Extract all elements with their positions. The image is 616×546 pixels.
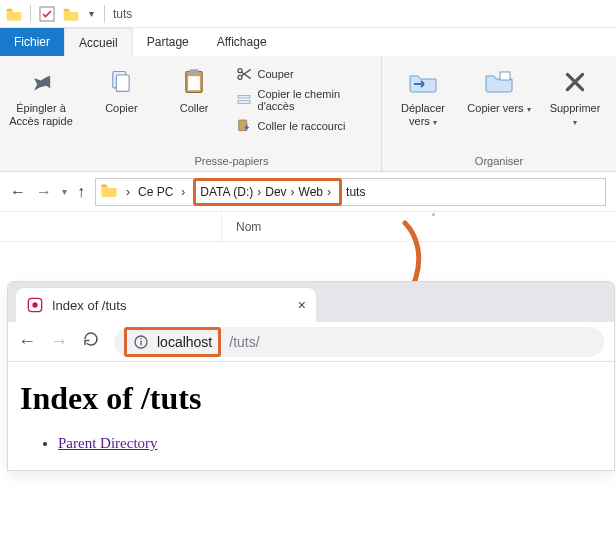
breadcrumb-bar[interactable]: › Ce PC › DATA (D:) › Dev › Web › tuts: [95, 178, 606, 206]
svg-rect-2: [117, 75, 130, 91]
paste-shortcut-button[interactable]: Coller le raccourci: [236, 118, 373, 134]
browser-toolbar: ← → localhost /tuts/: [8, 322, 614, 362]
scissors-icon: [236, 66, 252, 82]
page-content: Index of /tuts Parent Directory: [8, 362, 614, 470]
ribbon-group-pin: Épingler à Accès rapide: [0, 56, 82, 171]
cut-button[interactable]: Couper: [236, 66, 373, 82]
cut-label: Couper: [258, 68, 294, 80]
nav-forward-button[interactable]: →: [36, 183, 52, 201]
pin-icon: [25, 66, 57, 98]
separator: [30, 5, 31, 23]
crumb-pc[interactable]: Ce PC: [138, 185, 173, 199]
chevron-right-icon[interactable]: ›: [177, 185, 189, 199]
crumb-tuts[interactable]: tuts: [346, 185, 365, 199]
move-to-button[interactable]: Déplacer vers ▾: [390, 60, 456, 127]
address-path: /tuts/: [229, 334, 259, 350]
svg-rect-15: [140, 340, 141, 345]
parent-directory-link[interactable]: Parent Directory: [58, 435, 158, 451]
site-info-icon[interactable]: [133, 334, 149, 350]
browser-reload-button[interactable]: [82, 330, 100, 353]
paste-button[interactable]: Coller: [163, 60, 226, 115]
svg-rect-5: [188, 76, 200, 90]
folder-icon: [6, 6, 22, 22]
crumb-web[interactable]: Web: [299, 185, 323, 199]
nav-arrows: ← → ▾ ↑: [10, 183, 85, 201]
paste-shortcut-icon: [236, 118, 252, 134]
copy-path-label: Copier le chemin d'accès: [258, 88, 373, 112]
browser-forward-button[interactable]: →: [50, 331, 68, 352]
svg-rect-9: [238, 101, 250, 104]
copy-icon: [105, 66, 137, 98]
checkbox-icon[interactable]: [39, 6, 55, 22]
browser-tab[interactable]: Index of /tuts ×: [16, 288, 316, 322]
chevron-down-icon: ▾: [527, 105, 531, 114]
paste-icon: [178, 66, 210, 98]
chevron-right-icon[interactable]: ›: [287, 185, 299, 199]
column-name[interactable]: Nom: [222, 212, 275, 241]
copy-path-icon: [236, 92, 252, 108]
chevron-down-icon: ▾: [433, 118, 437, 127]
copy-to-button[interactable]: Copier vers ▾: [466, 60, 532, 115]
page-heading: Index of /tuts: [20, 380, 602, 417]
copy-label: Copier: [105, 102, 137, 115]
delete-icon: [559, 66, 591, 98]
group-label-clipboard: Presse-papiers: [90, 153, 373, 169]
tab-file[interactable]: Fichier: [0, 28, 64, 56]
sort-indicator-icon: ˄: [431, 212, 436, 223]
ribbon: Épingler à Accès rapide Copier Coller: [0, 56, 616, 172]
browser-back-button[interactable]: ←: [18, 331, 36, 352]
delete-button[interactable]: Supprimer▾: [542, 60, 608, 127]
copy-to-icon: [483, 66, 515, 98]
copy-button[interactable]: Copier: [90, 60, 153, 115]
chevron-down-icon: ▾: [573, 118, 577, 127]
svg-rect-11: [500, 72, 510, 80]
window-titlebar: ▾ tuts: [0, 0, 616, 28]
chevron-down-icon[interactable]: ▾: [87, 8, 96, 19]
ribbon-tabs: Fichier Accueil Partage Affichage: [0, 28, 616, 56]
pin-button[interactable]: Épingler à Accès rapide: [8, 60, 74, 127]
svg-rect-10: [238, 120, 246, 131]
list-item: Parent Directory: [58, 435, 602, 452]
tab-home[interactable]: Accueil: [64, 28, 133, 56]
nav-history-dropdown[interactable]: ▾: [62, 186, 67, 197]
pin-label: Épingler à Accès rapide: [8, 102, 74, 127]
separator: [104, 5, 105, 23]
address-bar[interactable]: localhost /tuts/: [114, 327, 604, 357]
close-tab-button[interactable]: ×: [298, 297, 306, 313]
favicon-icon: [26, 296, 44, 314]
browser-tabstrip: Index of /tuts ×: [8, 282, 614, 322]
nav-up-button[interactable]: ↑: [77, 183, 85, 201]
ribbon-group-organize: Déplacer vers ▾ Copier vers ▾ Supprimer▾…: [382, 56, 616, 171]
tab-share[interactable]: Partage: [133, 28, 203, 56]
svg-rect-4: [189, 69, 198, 74]
copy-path-button[interactable]: Copier le chemin d'accès: [236, 88, 373, 112]
move-to-label: Déplacer vers: [401, 102, 445, 127]
highlighted-path: DATA (D:) › Dev › Web ›: [193, 178, 342, 206]
folder-icon: [100, 183, 118, 201]
window-title: tuts: [113, 7, 132, 21]
address-host: localhost: [157, 334, 212, 350]
folder-icon: [63, 6, 79, 22]
delete-label: Supprimer: [550, 102, 601, 114]
chevron-right-icon[interactable]: ›: [323, 185, 335, 199]
copy-to-label: Copier vers: [467, 102, 523, 114]
svg-rect-16: [140, 338, 141, 339]
tab-view[interactable]: Affichage: [203, 28, 281, 56]
group-label-organize: Organiser: [390, 153, 608, 169]
highlighted-host: localhost: [124, 327, 221, 357]
clipboard-small-buttons: Couper Copier le chemin d'accès Coller l…: [236, 60, 373, 134]
svg-point-13: [32, 302, 37, 307]
browser-window: Index of /tuts × ← → localhost /tuts/ In…: [8, 282, 614, 470]
chevron-right-icon[interactable]: ›: [253, 185, 265, 199]
svg-rect-8: [238, 95, 250, 98]
chevron-right-icon[interactable]: ›: [122, 185, 134, 199]
crumb-dev[interactable]: Dev: [265, 185, 286, 199]
ribbon-group-clipboard: Copier Coller Couper: [82, 56, 382, 171]
nav-back-button[interactable]: ←: [10, 183, 26, 201]
crumb-drive[interactable]: DATA (D:): [200, 185, 253, 199]
move-to-icon: [407, 66, 439, 98]
paste-label: Coller: [180, 102, 209, 115]
browser-tab-title: Index of /tuts: [52, 298, 290, 313]
paste-shortcut-label: Coller le raccourci: [258, 120, 346, 132]
nav-row: ← → ▾ ↑ › Ce PC › DATA (D:) › Dev › Web …: [0, 172, 616, 212]
